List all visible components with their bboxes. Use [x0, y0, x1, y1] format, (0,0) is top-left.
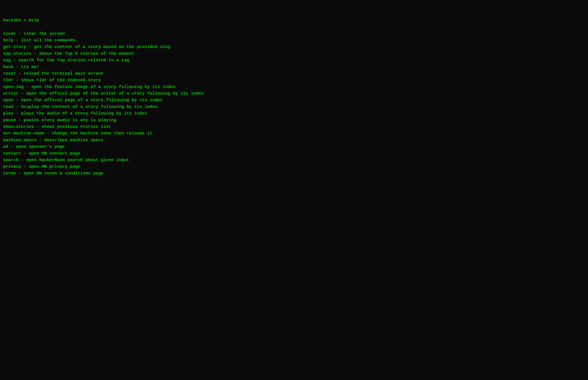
terminal-line: search - open HackerNoon search about gi… — [3, 157, 585, 163]
terminal-line: help - list all the commands — [3, 37, 585, 43]
terminal-line: play - plays the audio of a story follow… — [3, 110, 585, 117]
terminal-line: contact - open HN contact page — [3, 150, 585, 157]
terminal-line: open - open the offical page of a story … — [3, 97, 585, 103]
terminal-line: terms - open HN terms & conditions page — [3, 170, 585, 177]
terminal-line: writer - open the offical page of the wr… — [3, 90, 585, 97]
terminal-line: set-machine-name - change the machine na… — [3, 130, 585, 137]
terminal-line: machine-specs - describes machine specs — [3, 137, 585, 143]
terminal-output: hack302 > help clear - clear the screenh… — [3, 4, 585, 177]
terminal-line: ad - open sponsor's page — [3, 143, 585, 150]
terminal-line: tag - search for the top stories related… — [3, 57, 585, 63]
terminal-line: read - display the content of a story fo… — [3, 103, 585, 110]
terminal-line: privacy - open HN privacy page — [3, 163, 585, 170]
terminal-line: reset - reload the terminal main screen — [3, 70, 585, 77]
terminal-line: hack - try me! — [3, 64, 585, 70]
terminal-prompt: hack302 > help — [3, 17, 585, 24]
terminal-line: top-stories - shows the top 5 stories of… — [3, 50, 585, 57]
terminal-line: tldr - shows tldr of the indexed story — [3, 77, 585, 83]
terminal-line: get-story - get the content of a story b… — [3, 43, 585, 50]
terminal-line: open-img - open the feature image of a s… — [3, 84, 585, 90]
terminal-line: clear - clear the screen — [3, 30, 585, 37]
terminal-line: show-stories - shows previous stories li… — [3, 123, 585, 130]
terminal-line: pause - pauses story audio is any is pla… — [3, 117, 585, 123]
